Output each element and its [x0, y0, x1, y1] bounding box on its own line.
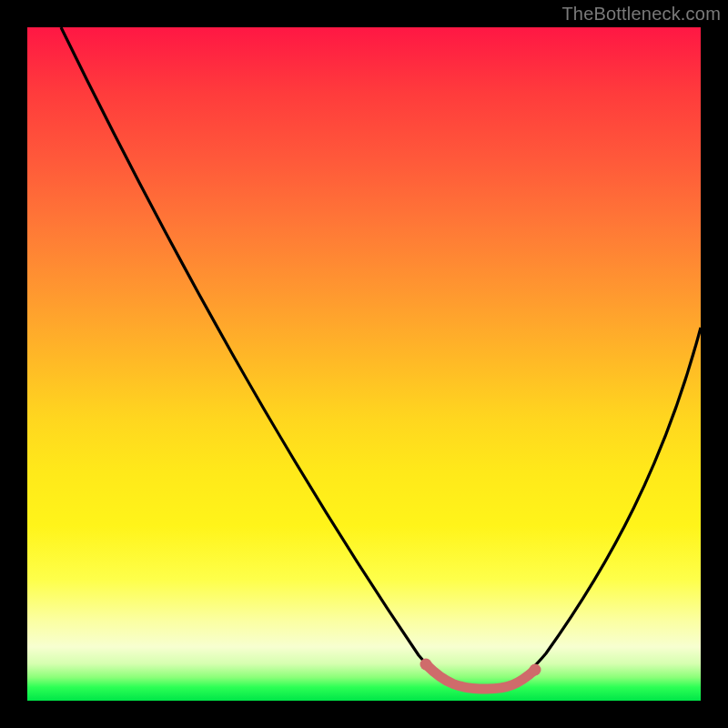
- plot-area: [27, 27, 701, 701]
- flat-region-marker: [426, 664, 535, 689]
- flat-region-end-dot: [530, 664, 541, 676]
- bottleneck-curve: [27, 27, 701, 701]
- chart-frame: TheBottleneck.com: [0, 0, 728, 728]
- flat-region-start-dot: [420, 659, 432, 671]
- curve-path: [61, 27, 701, 688]
- watermark-text: TheBottleneck.com: [561, 4, 721, 25]
